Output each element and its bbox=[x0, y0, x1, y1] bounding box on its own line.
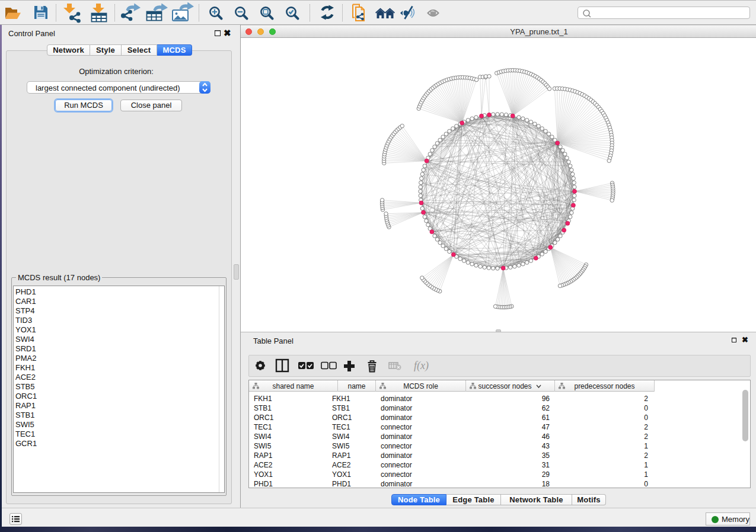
svg-text:f(x): f(x) bbox=[414, 360, 429, 372]
